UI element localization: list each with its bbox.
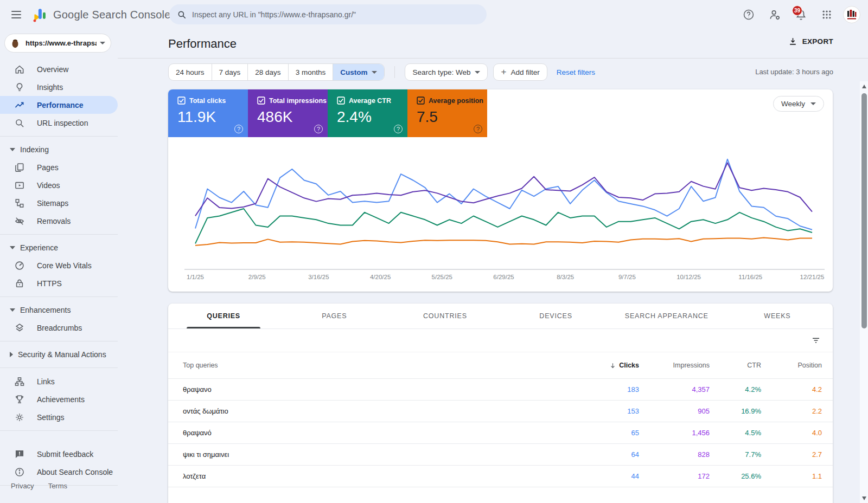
url-inspect-search-input[interactable]: Inspect any URL in "https://www.e-thraps… (169, 4, 487, 24)
impressions-cell: 172 (639, 472, 710, 480)
sidebar-item-insights[interactable]: Insights (0, 78, 118, 96)
table-row[interactable]: θραψανό651,4564.5%4.0 (168, 422, 833, 444)
column-impressions[interactable]: Impressions (639, 362, 710, 369)
ctr-cell: 16.9% (710, 407, 761, 415)
sidebar-item-pages[interactable]: Pages (0, 158, 118, 176)
property-selector[interactable]: https://www.e-thrapsa... (4, 34, 111, 53)
add-filter-button[interactable]: + Add filter (493, 63, 547, 81)
column-top-queries[interactable]: Top queries (183, 362, 569, 369)
help-icon[interactable] (739, 5, 758, 24)
scrollbar-thumb[interactable] (861, 93, 867, 328)
date-range-custom[interactable]: Custom (333, 64, 384, 80)
sidebar-item-videos[interactable]: Videos (0, 176, 118, 194)
performance-chart[interactable] (168, 144, 833, 279)
column-clicks-sorted[interactable]: Clicks (569, 362, 639, 369)
impressions-cell: 828 (639, 450, 710, 459)
divider (0, 341, 118, 341)
date-range-7-days[interactable]: 7 days (212, 64, 248, 80)
checked-checkbox-icon[interactable] (257, 96, 265, 105)
query-cell[interactable]: ψικι τι σημαινει (183, 450, 569, 459)
column-ctr[interactable]: CTR (710, 362, 761, 369)
date-range-24-hours[interactable]: 24 hours (169, 64, 212, 80)
sidebar-item-label: Videos (37, 181, 60, 190)
table-row[interactable]: λοτζετα4417225.6%1.1 (168, 466, 833, 487)
column-position[interactable]: Position (761, 362, 822, 369)
help-icon[interactable]: ? (474, 125, 482, 133)
sidebar-item-https[interactable]: HTTPS (0, 274, 118, 292)
metric-tile-total-clicks[interactable]: Total clicks11.9K? (168, 89, 248, 137)
date-range-3-months[interactable]: 3 months (289, 64, 334, 80)
privacy-link[interactable]: Privacy (11, 482, 34, 490)
scroll-up-arrow-icon[interactable] (862, 85, 866, 88)
home-icon (14, 64, 25, 75)
date-range-28-days[interactable]: 28 days (248, 64, 288, 80)
sidebar-section-enhancements[interactable]: Enhancements (0, 301, 118, 319)
magnifier-icon (14, 118, 25, 128)
metric-tile-average-position[interactable]: Average position7.5? (407, 89, 487, 137)
tab-weeks[interactable]: WEEKS (722, 304, 833, 328)
sidebar-item-sitemaps[interactable]: Sitemaps (0, 194, 118, 212)
metric-label: Average CTR (349, 97, 391, 105)
account-avatar[interactable] (843, 6, 860, 23)
impressions-cell: 4,357 (639, 385, 710, 394)
menu-icon[interactable] (5, 4, 27, 25)
checked-checkbox-icon[interactable] (177, 96, 186, 105)
query-cell[interactable]: οντάς δωμάτιο (183, 407, 569, 415)
help-icon[interactable]: ? (234, 125, 243, 133)
table-row[interactable]: θραψανο1834,3574.2%4.2 (168, 379, 833, 401)
metric-tile-average-ctr[interactable]: Average CTR2.4%? (328, 89, 407, 137)
sidebar-item-removals[interactable]: Removals (0, 212, 118, 230)
sidebar-item-core-web-vitals[interactable]: Core Web Vitals (0, 256, 118, 274)
sidebar-item-settings[interactable]: Settings (0, 408, 118, 426)
visibility-off-icon (14, 216, 25, 227)
google-apps-grid-icon[interactable] (817, 5, 837, 24)
x-tick-label: 12/21/25 (800, 274, 825, 280)
vertical-scrollbar[interactable] (860, 81, 868, 503)
divider (0, 136, 118, 137)
ctr-cell: 4.2% (710, 385, 761, 394)
table-row[interactable]: οντάς δωμάτιο15390516.9%2.2 (168, 401, 833, 422)
help-icon[interactable]: ? (314, 125, 323, 133)
sidebar-item-overview[interactable]: Overview (0, 60, 118, 78)
help-icon[interactable]: ? (394, 125, 403, 133)
sidebar-section-security[interactable]: Security & Manual Actions (0, 346, 118, 363)
checked-checkbox-icon[interactable] (337, 96, 345, 105)
sidebar-item-performance[interactable]: Performance (0, 96, 118, 114)
granularity-dropdown[interactable]: Weekly (773, 96, 824, 112)
plus-icon: + (501, 67, 506, 78)
query-cell[interactable]: θραψανο (183, 385, 569, 394)
notifications-bell-icon[interactable]: 39 (791, 5, 810, 24)
sidebar-item-links[interactable]: Links (0, 372, 118, 390)
table-row[interactable]: ψικι τι σημαινει648287.7%2.7 (168, 444, 833, 466)
sidebar-item-url-inspection[interactable]: URL inspection (0, 114, 118, 132)
tab-pages[interactable]: PAGES (279, 304, 390, 328)
sidebar-item-about[interactable]: About Search Console (0, 463, 118, 481)
date-range-control: 24 hours7 days28 days3 monthsCustom (168, 63, 385, 81)
table-filter-bar (168, 329, 833, 352)
tab-countries[interactable]: COUNTRIES (390, 304, 500, 328)
filter-list-icon[interactable] (811, 336, 821, 345)
position-cell: 1.1 (761, 472, 822, 480)
user-settings-icon[interactable] (765, 5, 784, 24)
query-cell[interactable]: λοτζετα (183, 472, 569, 480)
sidebar-item-submit-feedback[interactable]: Submit feedback (0, 445, 118, 463)
reset-filters-link[interactable]: Reset filters (557, 68, 595, 76)
export-button[interactable]: EXPORT (788, 37, 833, 46)
table-header-row: Top queries Clicks Impressions CTR Posit… (168, 352, 833, 379)
metric-tile-total-impressions[interactable]: Total impressions486K? (248, 89, 328, 137)
sidebar-section-experience[interactable]: Experience (0, 239, 118, 256)
sidebar-item-achievements[interactable]: Achievements (0, 390, 118, 408)
checked-checkbox-icon[interactable] (417, 96, 425, 105)
tab-search-appearance[interactable]: SEARCH APPEARANCE (611, 304, 722, 328)
query-cell[interactable]: θραψανό (183, 429, 569, 437)
tab-queries[interactable]: QUERIES (168, 304, 279, 328)
chart-line-impressions (195, 163, 812, 216)
search-type-filter[interactable]: Search type: Web (405, 63, 488, 81)
scroll-down-arrow-icon[interactable] (862, 496, 866, 500)
sidebar-item-breadcrumbs[interactable]: Breadcrumbs (0, 319, 118, 337)
tab-devices[interactable]: DEVICES (501, 304, 611, 328)
terms-link[interactable]: Terms (48, 482, 67, 490)
clicks-cell: 44 (569, 472, 639, 480)
divider (394, 66, 395, 78)
sidebar-section-indexing[interactable]: Indexing (0, 141, 118, 158)
